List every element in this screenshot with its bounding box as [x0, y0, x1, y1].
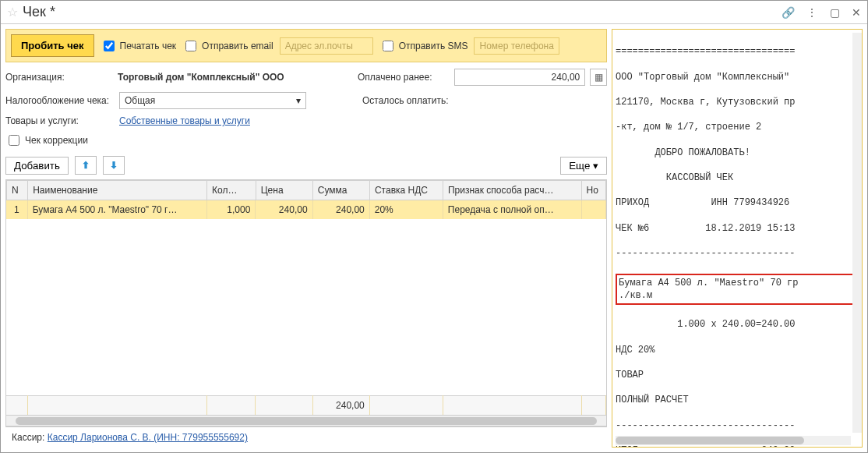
col-nom[interactable]: Но — [581, 181, 605, 200]
link-icon[interactable]: 🔗 — [782, 6, 795, 19]
cell-sum: 240,00 — [312, 200, 369, 219]
col-vat[interactable]: Ставка НДС — [369, 181, 443, 200]
send-sms-checkbox[interactable]: Отправить SMS — [379, 38, 468, 54]
table-row[interactable]: 1 Бумага А4 500 л. "Maestro" 70 г… 1,000… — [6, 200, 606, 219]
maximize-icon[interactable]: ▢ — [830, 6, 840, 19]
calculator-icon[interactable]: ▦ — [590, 69, 607, 86]
print-check-input[interactable] — [104, 41, 115, 51]
receipt-item-highlight: Бумага А4 500 л. "Maestro" 70 гр./кв.м — [616, 274, 859, 305]
app-window: ☆ Чек * 🔗 ⋮ ▢ ✕ Пробить чек Печатать чек… — [0, 0, 868, 453]
goods-label: Товары и услуги: — [5, 115, 115, 126]
correction-input[interactable] — [9, 135, 19, 146]
cell-price: 240,00 — [256, 200, 312, 219]
remain-label: Осталось оплатить: — [362, 95, 456, 106]
tax-label: Налогообложение чека: — [5, 95, 115, 106]
cell-method: Передача с полной оп… — [443, 200, 581, 219]
more-button[interactable]: Еще ▾ — [560, 157, 607, 175]
add-button[interactable]: Добавить — [5, 157, 69, 175]
more-vertical-icon[interactable]: ⋮ — [806, 6, 817, 19]
paid-before-input[interactable]: 240,00 — [454, 69, 585, 86]
cell-vat: 20% — [369, 200, 443, 219]
cell-name: Бумага А4 500 л. "Maestro" 70 г… — [27, 200, 206, 219]
table-body[interactable]: 1 Бумага А4 500 л. "Maestro" 70 г… 1,000… — [6, 200, 606, 395]
close-icon[interactable]: ✕ — [852, 6, 861, 19]
document-footer: Кассир: Кассир Ларионова С. В. (ИНН: 779… — [5, 426, 607, 448]
window-title: Чек * — [23, 4, 772, 20]
table-hscroll[interactable] — [6, 415, 606, 426]
send-email-label: Отправить email — [202, 41, 273, 51]
submit-receipt-button[interactable]: Пробить чек — [11, 34, 94, 57]
col-method[interactable]: Признак способа расч… — [443, 181, 581, 200]
action-toolbar: Пробить чек Печатать чек Отправить email… — [5, 29, 607, 62]
send-email-checkbox[interactable]: Отправить email — [182, 38, 273, 54]
main-split: Пробить чек Печатать чек Отправить email… — [1, 24, 867, 452]
window-controls: 🔗 ⋮ ▢ ✕ — [772, 6, 861, 19]
table-header: N Наименование Кол… Цена Сумма Ставка НД… — [7, 181, 606, 200]
table-toolbar: Добавить ⬆ ⬇ Еще ▾ — [5, 156, 607, 175]
cell-nom — [581, 200, 605, 219]
organization-label: Организация: — [5, 72, 113, 83]
cell-n: 1 — [6, 200, 27, 219]
send-email-input[interactable] — [185, 41, 196, 51]
move-up-button[interactable]: ⬆ — [75, 156, 97, 175]
correction-checkbox[interactable]: Чек коррекции — [5, 133, 88, 148]
row-taxation: Налогообложение чека: Общая ▾ Осталось о… — [5, 92, 607, 109]
col-price[interactable]: Цена — [256, 181, 312, 200]
cashier-link[interactable]: Кассир Ларионова С. В. (ИНН: 77995555569… — [48, 432, 248, 443]
cashier-label: Кассир: — [12, 432, 44, 443]
chevron-down-icon: ▾ — [296, 95, 301, 106]
receipt-preview: ================================ ООО "То… — [612, 29, 863, 448]
correction-label: Чек коррекции — [25, 135, 88, 146]
print-check-checkbox[interactable]: Печатать чек — [101, 38, 177, 54]
row-goods: Товары и услуги: Собственные товары и ус… — [5, 115, 607, 126]
col-n[interactable]: N — [7, 181, 28, 200]
paid-before-label: Оплачено ранее: — [358, 72, 450, 83]
organization-value: Торговый дом "Комплексный" ООО — [118, 72, 333, 83]
col-qty[interactable]: Кол… — [207, 181, 256, 200]
col-sum[interactable]: Сумма — [312, 181, 369, 200]
send-sms-label: Отправить SMS — [399, 41, 468, 51]
tax-select[interactable]: Общая ▾ — [119, 92, 306, 109]
footer-sum: 240,00 — [312, 396, 369, 416]
left-pane: Пробить чек Печатать чек Отправить email… — [1, 24, 612, 452]
tax-value: Общая — [125, 95, 155, 106]
phone-field[interactable]: Номер телефона — [474, 37, 559, 55]
send-sms-input[interactable] — [383, 41, 393, 51]
email-field[interactable]: Адрес эл.почты — [280, 37, 373, 55]
col-name[interactable]: Наименование — [28, 181, 207, 200]
row-correction: Чек коррекции — [5, 133, 607, 148]
receipt-hscroll[interactable] — [616, 436, 851, 445]
items-table: N Наименование Кол… Цена Сумма Ставка НД… — [5, 179, 607, 426]
favorite-star-icon[interactable]: ☆ — [7, 5, 18, 19]
cell-qty: 1,000 — [206, 200, 256, 219]
print-check-label: Печатать чек — [120, 41, 177, 51]
receipt-text: ================================ ООО "То… — [616, 33, 859, 448]
titlebar: ☆ Чек * 🔗 ⋮ ▢ ✕ — [1, 1, 867, 24]
row-organization: Организация: Торговый дом "Комплексный" … — [5, 69, 607, 86]
goods-services-link[interactable]: Собственные товары и услуги — [119, 115, 250, 126]
receipt-vscroll[interactable] — [852, 33, 862, 433]
move-down-button[interactable]: ⬇ — [103, 156, 125, 175]
table-footer: 240,00 — [6, 396, 606, 416]
